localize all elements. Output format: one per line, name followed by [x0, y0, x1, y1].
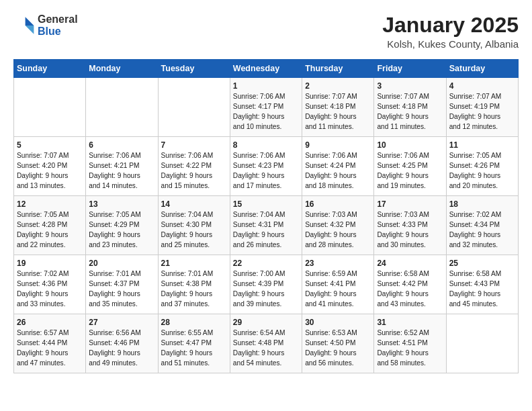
day-number: 2 — [305, 81, 371, 91]
calendar-cell — [14, 78, 86, 137]
day-number: 31 — [377, 318, 443, 327]
day-number: 13 — [89, 199, 154, 209]
day-number: 24 — [377, 259, 443, 268]
calendar-cell: 2Sunrise: 7:07 AM Sunset: 4:18 PM Daylig… — [302, 78, 374, 137]
calendar-cell: 25Sunrise: 6:58 AM Sunset: 4:43 PM Dayli… — [446, 255, 518, 314]
cell-content: Sunrise: 7:00 AM Sunset: 4:39 PM Dayligh… — [233, 269, 299, 309]
cell-content: Sunrise: 6:53 AM Sunset: 4:50 PM Dayligh… — [305, 328, 371, 368]
calendar-cell: 4Sunrise: 7:07 AM Sunset: 4:19 PM Daylig… — [446, 78, 518, 137]
calendar-cell: 11Sunrise: 7:05 AM Sunset: 4:26 PM Dayli… — [446, 137, 518, 196]
cell-content: Sunrise: 7:05 AM Sunset: 4:26 PM Dayligh… — [449, 151, 515, 191]
day-number: 5 — [17, 140, 83, 150]
calendar-cell: 19Sunrise: 7:02 AM Sunset: 4:36 PM Dayli… — [14, 255, 86, 314]
day-number: 6 — [89, 140, 154, 150]
calendar-cell: 10Sunrise: 7:06 AM Sunset: 4:25 PM Dayli… — [374, 137, 446, 196]
day-number: 22 — [233, 259, 299, 268]
week-row-3: 12Sunrise: 7:05 AM Sunset: 4:28 PM Dayli… — [14, 196, 519, 255]
calendar-cell — [446, 314, 518, 373]
cell-content: Sunrise: 7:06 AM Sunset: 4:17 PM Dayligh… — [233, 92, 299, 132]
header: General Blue January 2025 Kolsh, Kukes C… — [13, 13, 519, 50]
calendar-cell: 22Sunrise: 7:00 AM Sunset: 4:39 PM Dayli… — [230, 255, 302, 314]
calendar-cell: 24Sunrise: 6:58 AM Sunset: 4:42 PM Dayli… — [374, 255, 446, 314]
calendar-cell: 31Sunrise: 6:52 AM Sunset: 4:51 PM Dayli… — [374, 314, 446, 373]
cell-content: Sunrise: 6:56 AM Sunset: 4:46 PM Dayligh… — [89, 328, 154, 368]
day-number: 21 — [161, 259, 227, 268]
day-number: 17 — [377, 199, 443, 209]
calendar-cell: 23Sunrise: 6:59 AM Sunset: 4:41 PM Dayli… — [302, 255, 374, 314]
calendar-cell: 16Sunrise: 7:03 AM Sunset: 4:32 PM Dayli… — [302, 196, 374, 255]
calendar-cell: 17Sunrise: 7:03 AM Sunset: 4:33 PM Dayli… — [374, 196, 446, 255]
calendar-cell: 8Sunrise: 7:06 AM Sunset: 4:23 PM Daylig… — [230, 137, 302, 196]
day-number: 25 — [449, 259, 515, 268]
day-number: 9 — [305, 140, 371, 150]
cell-content: Sunrise: 7:02 AM Sunset: 4:34 PM Dayligh… — [449, 210, 515, 250]
day-number: 14 — [161, 199, 227, 209]
calendar-cell — [158, 78, 230, 137]
cell-content: Sunrise: 7:05 AM Sunset: 4:28 PM Dayligh… — [17, 210, 83, 250]
calendar-cell: 26Sunrise: 6:57 AM Sunset: 4:44 PM Dayli… — [14, 314, 86, 373]
calendar-cell: 15Sunrise: 7:04 AM Sunset: 4:31 PM Dayli… — [230, 196, 302, 255]
main-title: January 2025 — [382, 13, 519, 37]
calendar-cell: 12Sunrise: 7:05 AM Sunset: 4:28 PM Dayli… — [14, 196, 86, 255]
week-row-1: 1Sunrise: 7:06 AM Sunset: 4:17 PM Daylig… — [14, 78, 519, 137]
cell-content: Sunrise: 7:01 AM Sunset: 4:37 PM Dayligh… — [89, 269, 154, 309]
day-number: 15 — [233, 199, 299, 209]
cell-content: Sunrise: 7:06 AM Sunset: 4:23 PM Dayligh… — [233, 151, 299, 191]
cell-content: Sunrise: 7:04 AM Sunset: 4:31 PM Dayligh… — [233, 210, 299, 250]
cell-content: Sunrise: 6:52 AM Sunset: 4:51 PM Dayligh… — [377, 328, 443, 368]
cell-content: Sunrise: 7:07 AM Sunset: 4:18 PM Dayligh… — [305, 92, 371, 132]
cell-content: Sunrise: 6:58 AM Sunset: 4:43 PM Dayligh… — [449, 269, 515, 309]
calendar-table: SundayMondayTuesdayWednesdayThursdayFrid… — [13, 59, 519, 373]
cell-content: Sunrise: 7:02 AM Sunset: 4:36 PM Dayligh… — [17, 269, 83, 309]
cell-content: Sunrise: 6:58 AM Sunset: 4:42 PM Dayligh… — [377, 269, 443, 309]
logo-general: General — [38, 13, 78, 26]
calendar-cell: 14Sunrise: 7:04 AM Sunset: 4:30 PM Dayli… — [158, 196, 230, 255]
day-number: 23 — [305, 259, 371, 268]
day-number: 30 — [305, 318, 371, 327]
cell-content: Sunrise: 7:05 AM Sunset: 4:29 PM Dayligh… — [89, 210, 154, 250]
col-header-saturday: Saturday — [446, 60, 518, 78]
cell-content: Sunrise: 7:06 AM Sunset: 4:25 PM Dayligh… — [377, 151, 443, 191]
day-number: 27 — [89, 318, 154, 327]
col-header-thursday: Thursday — [302, 60, 374, 78]
calendar-cell: 1Sunrise: 7:06 AM Sunset: 4:17 PM Daylig… — [230, 78, 302, 137]
week-row-4: 19Sunrise: 7:02 AM Sunset: 4:36 PM Dayli… — [14, 255, 519, 314]
week-row-5: 26Sunrise: 6:57 AM Sunset: 4:44 PM Dayli… — [14, 314, 519, 373]
calendar-cell: 30Sunrise: 6:53 AM Sunset: 4:50 PM Dayli… — [302, 314, 374, 373]
logo: General Blue — [13, 13, 78, 37]
day-number: 20 — [89, 259, 154, 268]
cell-content: Sunrise: 7:07 AM Sunset: 4:18 PM Dayligh… — [377, 92, 443, 132]
logo-blue: Blue — [38, 26, 78, 38]
col-header-friday: Friday — [374, 60, 446, 78]
day-number: 4 — [449, 81, 515, 91]
calendar-cell: 18Sunrise: 7:02 AM Sunset: 4:34 PM Dayli… — [446, 196, 518, 255]
calendar-cell: 28Sunrise: 6:55 AM Sunset: 4:47 PM Dayli… — [158, 314, 230, 373]
calendar-cell: 6Sunrise: 7:06 AM Sunset: 4:21 PM Daylig… — [86, 137, 158, 196]
day-number: 7 — [161, 140, 227, 150]
calendar-cell: 13Sunrise: 7:05 AM Sunset: 4:29 PM Dayli… — [86, 196, 158, 255]
calendar-cell: 27Sunrise: 6:56 AM Sunset: 4:46 PM Dayli… — [86, 314, 158, 373]
day-number: 8 — [233, 140, 299, 150]
cell-content: Sunrise: 7:07 AM Sunset: 4:19 PM Dayligh… — [449, 92, 515, 132]
calendar-cell: 3Sunrise: 7:07 AM Sunset: 4:18 PM Daylig… — [374, 78, 446, 137]
calendar-cell: 21Sunrise: 7:01 AM Sunset: 4:38 PM Dayli… — [158, 255, 230, 314]
cell-content: Sunrise: 6:55 AM Sunset: 4:47 PM Dayligh… — [161, 328, 227, 368]
cell-content: Sunrise: 7:03 AM Sunset: 4:33 PM Dayligh… — [377, 210, 443, 250]
page: General Blue January 2025 Kolsh, Kukes C… — [0, 0, 532, 383]
calendar-cell: 7Sunrise: 7:06 AM Sunset: 4:22 PM Daylig… — [158, 137, 230, 196]
day-number: 11 — [449, 140, 515, 150]
header-row: SundayMondayTuesdayWednesdayThursdayFrid… — [14, 60, 519, 78]
svg-marker-1 — [26, 26, 34, 34]
day-number: 18 — [449, 199, 515, 209]
subtitle: Kolsh, Kukes County, Albania — [382, 38, 519, 50]
day-number: 10 — [377, 140, 443, 150]
logo-text: General Blue — [38, 13, 78, 37]
calendar-cell — [86, 78, 158, 137]
col-header-monday: Monday — [86, 60, 158, 78]
svg-marker-0 — [26, 17, 34, 26]
day-number: 29 — [233, 318, 299, 327]
cell-content: Sunrise: 7:01 AM Sunset: 4:38 PM Dayligh… — [161, 269, 227, 309]
cell-content: Sunrise: 6:59 AM Sunset: 4:41 PM Dayligh… — [305, 269, 371, 309]
calendar-cell: 29Sunrise: 6:54 AM Sunset: 4:48 PM Dayli… — [230, 314, 302, 373]
cell-content: Sunrise: 7:07 AM Sunset: 4:20 PM Dayligh… — [17, 151, 83, 191]
